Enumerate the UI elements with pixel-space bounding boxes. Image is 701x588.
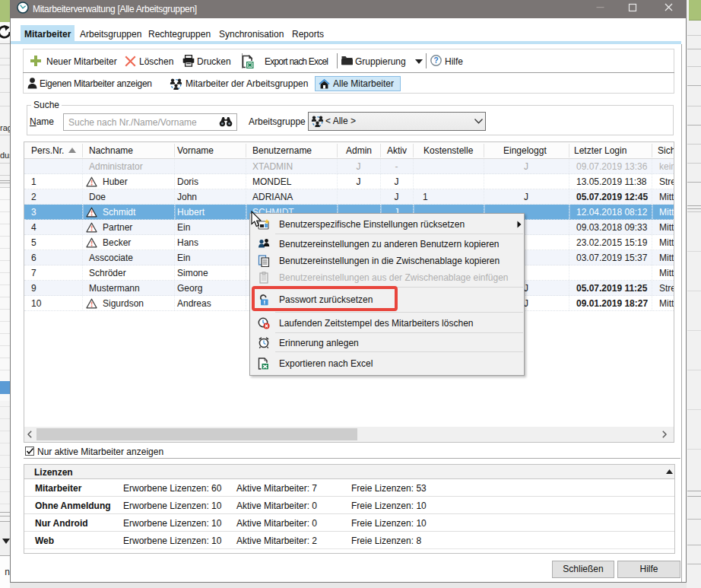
svg-text:?: ? — [433, 56, 438, 65]
